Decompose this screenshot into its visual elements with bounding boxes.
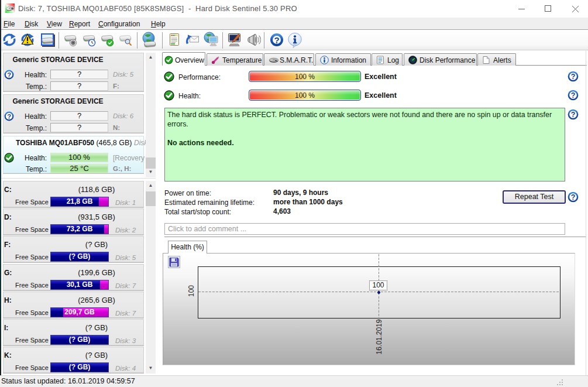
svg-text:?: ?: [571, 111, 576, 119]
svg-text:?: ?: [571, 91, 576, 100]
svg-text:?: ?: [7, 71, 11, 78]
svg-text:?: ?: [7, 113, 11, 120]
svg-text:?: ?: [571, 193, 576, 201]
svg-text:?: ?: [571, 73, 576, 81]
svg-text:?: ?: [274, 35, 279, 45]
